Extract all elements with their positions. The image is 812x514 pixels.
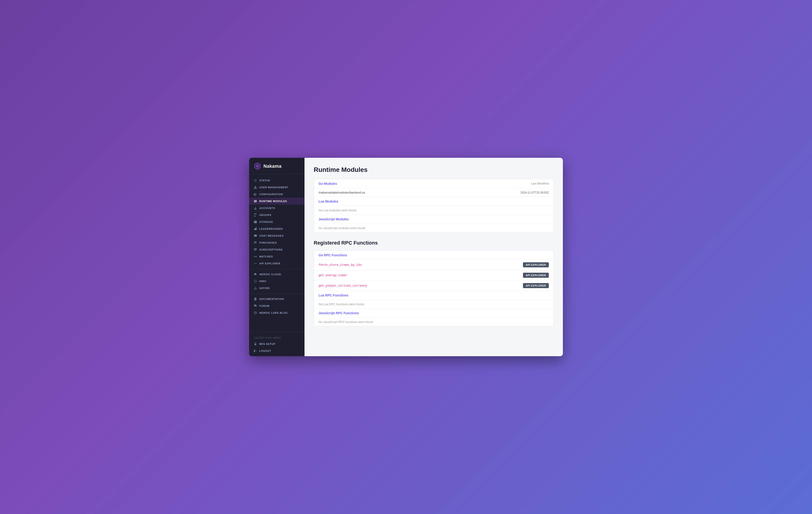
go-module-row: /nakama/data/modules/backend.so 2024-11-…	[314, 188, 553, 197]
sidebar-item-storage[interactable]: STORAGE	[249, 219, 304, 225]
sidebar-item-forum[interactable]: FORUM	[249, 303, 304, 309]
main-content: Runtime Modules Go Modules Last Modified…	[304, 158, 563, 356]
sidebar-item-heroic-labs-blog[interactable]: HEROIC LABS BLOG	[249, 309, 304, 316]
go-module-date: 2024-11-07T15:30:00Z	[520, 191, 549, 194]
sidebar-nav: STATUS USER MANAGEMENT CONFIGURATION RUN…	[249, 174, 304, 332]
chat-icon	[254, 234, 257, 237]
sidebar-item-documentation[interactable]: DOCUMENTATION	[249, 295, 304, 303]
sidebar-item-groups[interactable]: GROUPS	[249, 211, 304, 219]
go-module-path: /nakama/data/modules/backend.so	[319, 191, 365, 194]
matches-icon	[254, 255, 257, 258]
sidebar-item-chat-messages[interactable]: CHAT MESSAGES	[249, 232, 304, 239]
svg-rect-12	[254, 251, 255, 251]
rpc-name-0: fetch_store_items_by_ids	[319, 263, 362, 267]
nakama-logo-icon	[254, 163, 261, 170]
go-modules-header: Go Modules	[319, 182, 337, 185]
svg-rect-11	[254, 249, 257, 250]
sidebar-item-logout[interactable]: LOGOUT	[249, 347, 304, 354]
forum-icon	[254, 304, 257, 308]
sidebar-footer: LOGGED IN AS: ADMIN MFA SETUP LOGOUT	[249, 332, 304, 356]
svg-rect-9	[254, 222, 257, 222]
satori-icon	[254, 287, 257, 290]
js-modules-header: JavaScript Modules	[319, 217, 349, 221]
rpc-function-row-1: get_energy_timer API EXPLORER	[314, 270, 553, 281]
sidebar-item-heroic-cloud[interactable]: HEROIC CLOUD	[249, 271, 304, 278]
js-modules-header-row: JavaScript Modules	[314, 215, 553, 224]
svg-rect-16	[255, 344, 256, 345]
svg-rect-5	[254, 201, 257, 201]
rpc-section-title: Registered RPC Functions	[314, 240, 554, 246]
sidebar-logo: Nakama	[249, 158, 304, 174]
svg-point-13	[254, 256, 255, 257]
status-icon	[254, 179, 257, 182]
sidebar-item-hiro[interactable]: HIRO	[249, 278, 304, 285]
js-rpc-header-row: JavaScript RPC Functions	[314, 309, 553, 318]
mfa-icon	[254, 342, 257, 346]
logged-in-label: LOGGED IN AS: ADMIN	[249, 335, 304, 341]
accounts-icon	[254, 206, 257, 210]
last-modified-header: Last Modified	[531, 182, 549, 185]
sidebar-item-status[interactable]: STATUS	[249, 177, 304, 184]
svg-rect-7	[254, 221, 257, 222]
lua-rpc-empty-row: No Lua RPC functions were found.	[314, 300, 553, 309]
sidebar-item-subscriptions[interactable]: SUBSCRIPTIONS	[249, 246, 304, 253]
svg-rect-8	[254, 222, 257, 223]
subscriptions-icon	[254, 248, 257, 251]
rpc-function-row-0: fetch_store_items_by_ids API EXPLORER	[314, 260, 553, 270]
svg-rect-6	[254, 202, 257, 202]
rpc-function-row-2: get_player_virtual_currency API EXPLORER	[314, 281, 553, 291]
logout-icon	[254, 349, 257, 352]
sidebar-item-satori[interactable]: SATORI	[249, 285, 304, 292]
modules-panel: Go Modules Last Modified /nakama/data/mo…	[314, 179, 554, 232]
api-explorer-btn-1[interactable]: API EXPLORER	[523, 273, 549, 278]
js-rpc-empty-text: No JavaScript RPC functions were found.	[319, 320, 374, 324]
cloud-icon	[254, 273, 257, 276]
sidebar-item-api-explorer[interactable]: API EXPLORER	[249, 260, 304, 267]
svg-point-15	[254, 280, 257, 283]
sidebar-item-user-management[interactable]: USER MANAGEMENT	[249, 184, 304, 191]
api-icon	[254, 262, 257, 265]
sidebar-item-leaderboards[interactable]: LEADERBOARDS	[249, 225, 304, 232]
svg-rect-4	[254, 200, 257, 201]
sidebar-item-runtime-modules[interactable]: RUNTIME MODULES	[249, 198, 304, 205]
sidebar: Nakama STATUS USER MANAGEMENT CONFIGURAT…	[249, 158, 304, 356]
user-icon	[254, 186, 257, 189]
js-empty-text: No JavaScript modules were found.	[319, 226, 366, 230]
rpc-panel: Go RPC Functions fetch_store_items_by_id…	[314, 251, 554, 326]
leaderboards-icon	[254, 227, 257, 230]
js-rpc-header: JavaScript RPC Functions	[319, 311, 359, 315]
gear-icon	[254, 193, 257, 196]
lua-empty-text: No Lua modules were found.	[319, 208, 357, 212]
sidebar-item-mfa-setup[interactable]: MFA SETUP	[249, 341, 304, 347]
lua-modules-header: Lua Modules	[319, 200, 339, 203]
go-rpc-header-row: Go RPC Functions	[314, 251, 553, 260]
svg-point-2	[257, 165, 258, 167]
js-empty-row: No JavaScript modules were found.	[314, 224, 553, 232]
lua-rpc-header: Lua RPC Functions	[319, 293, 348, 297]
groups-icon	[254, 213, 257, 217]
rpc-name-1: get_energy_timer	[319, 274, 347, 277]
go-rpc-header: Go RPC Functions	[319, 253, 347, 257]
blog-icon	[254, 311, 257, 314]
lua-modules-header-row: Lua Modules	[314, 197, 553, 206]
api-explorer-btn-2[interactable]: API EXPLORER	[523, 283, 549, 288]
sidebar-item-configuration[interactable]: CONFIGURATION	[249, 191, 304, 198]
svg-rect-10	[254, 249, 257, 249]
lua-rpc-header-row: Lua RPC Functions	[314, 291, 553, 300]
sidebar-item-matches[interactable]: MATCHES	[249, 253, 304, 260]
lua-rpc-empty-text: No Lua RPC functions were found.	[319, 303, 365, 306]
purchases-icon	[254, 241, 257, 244]
nav-divider-2	[249, 293, 304, 294]
sidebar-item-accounts[interactable]: ACCOUNTS	[249, 205, 304, 211]
rpc-name-2: get_player_virtual_currency	[319, 284, 367, 287]
sidebar-item-purchases[interactable]: PURCHASES	[249, 239, 304, 246]
runtime-icon	[254, 200, 257, 203]
hiro-icon	[254, 280, 257, 283]
page-title: Runtime Modules	[314, 166, 554, 173]
svg-point-14	[256, 256, 257, 257]
nav-divider-1	[249, 269, 304, 269]
lua-empty-row: No Lua modules were found.	[314, 206, 553, 215]
storage-icon	[254, 220, 257, 224]
app-name: Nakama	[263, 164, 282, 169]
api-explorer-btn-0[interactable]: API EXPLORER	[523, 262, 549, 267]
